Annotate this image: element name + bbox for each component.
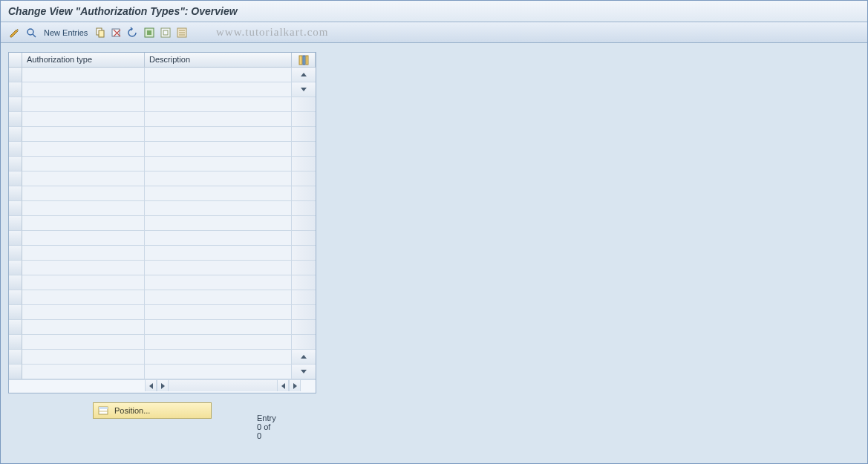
description-cell[interactable] [145, 365, 292, 379]
row-selector-header[interactable] [9, 53, 22, 68]
description-cell[interactable] [145, 97, 292, 112]
vscroll-down2-button[interactable] [292, 365, 316, 379]
description-cell[interactable] [145, 186, 292, 201]
hscroll-right-button[interactable] [157, 380, 169, 391]
description-cell[interactable] [145, 216, 292, 231]
description-cell[interactable] [145, 157, 292, 171]
vscroll-track[interactable] [292, 216, 316, 231]
row-selector[interactable] [9, 231, 22, 246]
vscroll-track[interactable] [292, 201, 316, 216]
description-cell[interactable] [145, 350, 292, 365]
auth-type-cell[interactable] [22, 171, 145, 186]
auth-type-cell[interactable] [22, 261, 145, 275]
hscroll-right2-button[interactable] [289, 380, 301, 391]
auth-type-cell[interactable] [22, 68, 145, 82]
auth-type-cell[interactable] [22, 320, 145, 335]
row-selector[interactable] [9, 275, 22, 290]
description-cell[interactable] [145, 171, 292, 186]
configure-icon[interactable] [175, 26, 189, 39]
row-selector[interactable] [9, 142, 22, 157]
row-selector[interactable] [9, 97, 22, 112]
auth-type-cell[interactable] [22, 157, 145, 171]
auth-type-cell[interactable] [22, 112, 145, 127]
auth-type-cell[interactable] [22, 350, 145, 365]
position-button[interactable]: Position... [93, 402, 212, 419]
auth-type-cell[interactable] [22, 201, 145, 216]
auth-type-cell[interactable] [22, 186, 145, 201]
vscroll-track[interactable] [292, 275, 316, 290]
hscroll-left2-button[interactable] [277, 380, 289, 391]
vscroll-track[interactable] [292, 335, 316, 350]
auth-type-cell[interactable] [22, 305, 145, 320]
vscroll-track[interactable] [292, 246, 316, 261]
column-header-auth-type[interactable]: Authorization type [22, 53, 145, 68]
auth-type-cell[interactable] [22, 216, 145, 231]
delete-icon[interactable] [110, 26, 123, 39]
row-selector[interactable] [9, 68, 22, 82]
new-entries-button[interactable]: New Entries [41, 27, 91, 38]
auth-type-cell[interactable] [22, 82, 145, 97]
description-cell[interactable] [145, 275, 292, 290]
row-selector[interactable] [9, 201, 22, 216]
auth-type-cell[interactable] [22, 142, 145, 157]
description-cell[interactable] [145, 112, 292, 127]
row-selector[interactable] [9, 365, 22, 379]
vscroll-track[interactable] [292, 305, 316, 320]
auth-type-cell[interactable] [22, 290, 145, 305]
row-selector[interactable] [9, 320, 22, 335]
vscroll-track[interactable] [292, 231, 316, 246]
auth-type-cell[interactable] [22, 275, 145, 290]
copy-icon[interactable] [94, 26, 107, 39]
row-selector[interactable] [9, 82, 22, 97]
description-cell[interactable] [145, 201, 292, 216]
vscroll-track[interactable] [292, 97, 316, 112]
auth-type-cell[interactable] [22, 335, 145, 350]
column-header-description[interactable]: Description [145, 53, 292, 68]
row-selector[interactable] [9, 261, 22, 275]
details-icon[interactable] [25, 26, 38, 39]
description-cell[interactable] [145, 82, 292, 97]
undo-change-icon[interactable] [126, 26, 140, 39]
row-selector[interactable] [9, 112, 22, 127]
vscroll-track[interactable] [292, 127, 316, 142]
row-selector[interactable] [9, 127, 22, 142]
vscroll-up2-button[interactable] [292, 350, 316, 365]
row-selector[interactable] [9, 157, 22, 171]
row-selector[interactable] [9, 186, 22, 201]
description-cell[interactable] [145, 261, 292, 275]
deselect-all-icon[interactable] [159, 26, 172, 39]
row-selector[interactable] [9, 350, 22, 365]
vscroll-track[interactable] [292, 261, 316, 275]
hscroll-left-button[interactable] [145, 380, 157, 391]
row-selector[interactable] [9, 305, 22, 320]
auth-type-cell[interactable] [22, 246, 145, 261]
auth-type-cell[interactable] [22, 365, 145, 379]
description-cell[interactable] [145, 68, 292, 82]
description-cell[interactable] [145, 290, 292, 305]
row-selector[interactable] [9, 216, 22, 231]
description-cell[interactable] [145, 231, 292, 246]
auth-type-cell[interactable] [22, 97, 145, 112]
row-selector[interactable] [9, 171, 22, 186]
vscroll-down-button[interactable] [292, 82, 316, 97]
description-cell[interactable] [145, 127, 292, 142]
description-cell[interactable] [145, 320, 292, 335]
row-selector[interactable] [9, 290, 22, 305]
vscroll-track[interactable] [292, 171, 316, 186]
description-cell[interactable] [145, 246, 292, 261]
row-selector[interactable] [9, 246, 22, 261]
vscroll-up-button[interactable] [292, 68, 316, 82]
hscroll-track[interactable] [169, 380, 277, 391]
vscroll-track[interactable] [292, 142, 316, 157]
auth-type-cell[interactable] [22, 127, 145, 142]
description-cell[interactable] [145, 305, 292, 320]
description-cell[interactable] [145, 142, 292, 157]
description-cell[interactable] [145, 335, 292, 350]
vscroll-track[interactable] [292, 186, 316, 201]
vscroll-track[interactable] [292, 320, 316, 335]
auth-type-cell[interactable] [22, 231, 145, 246]
vscroll-track[interactable] [292, 112, 316, 127]
select-all-icon[interactable] [143, 26, 156, 39]
row-selector[interactable] [9, 335, 22, 350]
toggle-display-change-icon[interactable] [8, 26, 22, 39]
